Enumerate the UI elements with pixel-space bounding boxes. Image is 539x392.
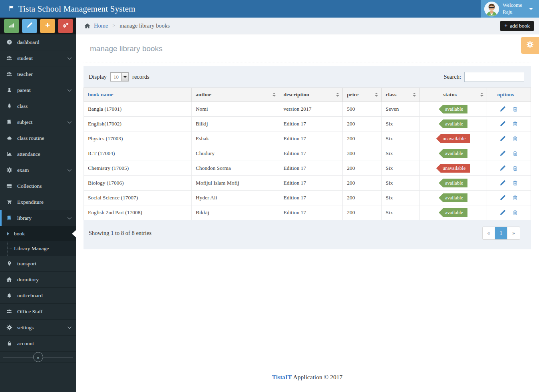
gear-icon: [526, 41, 534, 50]
search-input[interactable]: [464, 72, 524, 82]
sidebar-subitem-book[interactable]: book: [0, 226, 76, 241]
edit-icon[interactable]: [499, 150, 506, 157]
edit-icon[interactable]: [499, 165, 506, 171]
chevron-down-icon: [68, 56, 72, 60]
sidebar-item-expenditure[interactable]: Expenditure: [0, 194, 76, 210]
column-header-author[interactable]: author: [191, 88, 279, 102]
sidebar-item-transport[interactable]: transport: [0, 256, 76, 272]
column-header-book-name: book name: [84, 88, 192, 102]
datatable-toolbar: Display 10 records Search:: [84, 66, 531, 88]
status-badge: available: [439, 193, 467, 202]
cell-price: 300: [343, 146, 382, 161]
table-row: English(17002)BilkijEdition 17200Sixavai…: [84, 117, 531, 131]
cell-status: available: [420, 191, 487, 205]
chevron-down-icon: [529, 8, 533, 10]
column-header-options: options: [487, 88, 531, 102]
cell-class: Six: [382, 191, 420, 205]
sidebar-item-office-staff[interactable]: Office Staff: [0, 304, 76, 320]
sidebar-item-noticeboard[interactable]: noticeboard: [0, 288, 76, 304]
edit-icon[interactable]: [499, 135, 506, 142]
footer-text: Application © 2017: [292, 374, 342, 380]
cloud-icon: [6, 135, 13, 141]
edit-icon[interactable]: [499, 180, 506, 186]
sidebar-item-collections[interactable]: Collections: [0, 178, 76, 194]
cell-options: [487, 131, 531, 146]
sidebar-item-library[interactable]: library: [0, 210, 76, 226]
add-quick-button[interactable]: [40, 19, 55, 33]
users-icon: [6, 55, 13, 61]
column-header-description[interactable]: description: [279, 88, 343, 102]
cell-description: Edition 17: [279, 161, 343, 176]
cell-options: [487, 146, 531, 161]
cell-status: available: [420, 176, 487, 191]
edit-icon[interactable]: [499, 106, 506, 112]
app-title: Tista School Management System: [18, 4, 135, 14]
sidebar-item-exam[interactable]: exam: [0, 162, 76, 178]
datatable-widget: Display 10 records Search: book name: [84, 66, 531, 249]
column-header-class[interactable]: class: [382, 88, 420, 102]
column-header-price[interactable]: price: [343, 88, 382, 102]
cell-author: Hyder Ali: [191, 191, 279, 205]
cell-options: [487, 117, 531, 131]
cell-price: 200: [343, 205, 382, 220]
book-icon: [6, 215, 13, 221]
edit-quick-button[interactable]: [22, 19, 37, 33]
sidebar-item-settings[interactable]: settings: [0, 320, 76, 336]
sidebar-item-class[interactable]: class: [0, 98, 76, 114]
cell-price: 200: [343, 117, 382, 131]
pagination: « 1 »: [482, 227, 520, 240]
cell-options: [487, 205, 531, 220]
sidebar-item-dormitory[interactable]: dormitory: [0, 272, 76, 288]
delete-icon[interactable]: [512, 165, 518, 171]
table-row: Social Science (17007)Hyder AliEdition 1…: [84, 191, 531, 205]
stats-quick-button[interactable]: [4, 19, 19, 33]
delete-icon[interactable]: [512, 135, 518, 142]
edit-icon[interactable]: [499, 209, 506, 216]
sidebar-item-attendance[interactable]: attendance: [0, 146, 76, 162]
cell-status: available: [420, 146, 487, 161]
sidebar-item-account[interactable]: account: [0, 336, 76, 352]
sidebar-item-subject[interactable]: subject: [0, 114, 76, 130]
credit-card-icon: [6, 183, 13, 189]
cell-description: Edition 17: [279, 176, 343, 191]
add-book-button[interactable]: + add book: [500, 21, 534, 31]
settings-quick-button[interactable]: [58, 19, 73, 33]
footer-brand-link[interactable]: TistaIT: [272, 374, 292, 380]
column-header-status[interactable]: status: [420, 88, 487, 102]
welcome-text: Welcome Raju: [503, 2, 522, 16]
cell-class: Six: [382, 161, 420, 176]
sidebar-subitem-library-manage[interactable]: Library Manage: [0, 241, 76, 256]
page-footer: TistaIT Application © 2017: [84, 365, 531, 392]
pagination-prev-button[interactable]: «: [483, 227, 495, 239]
sidebar-collapse-button[interactable]: «: [33, 352, 43, 362]
pagination-page-1[interactable]: 1: [495, 227, 507, 239]
sidebar-item-class-routine[interactable]: class routine: [0, 130, 76, 146]
delete-icon[interactable]: [512, 180, 518, 186]
page-size-select[interactable]: 10: [110, 72, 129, 82]
sidebar-item-student[interactable]: student: [0, 50, 76, 66]
table-body: Bangla (17001)Nomiversion 2017500Sevenav…: [84, 102, 531, 220]
breadcrumb-home-link[interactable]: Home: [94, 22, 108, 29]
status-badge: available: [439, 119, 467, 128]
delete-icon[interactable]: [512, 150, 518, 157]
user-menu[interactable]: Welcome Raju: [481, 0, 539, 18]
pagination-next-button[interactable]: »: [507, 227, 520, 239]
chevron-down-icon: [68, 215, 72, 219]
delete-icon[interactable]: [512, 106, 518, 112]
delete-icon[interactable]: [512, 121, 518, 127]
chevron-down-icon: [68, 119, 72, 123]
delete-icon[interactable]: [512, 195, 518, 201]
sidebar: dashboard student teacher parent class s…: [0, 34, 76, 392]
cell-book-name: English 2nd Part (17008): [84, 205, 192, 220]
sidebar-item-parent[interactable]: parent: [0, 82, 76, 98]
cell-author: Bikkij: [191, 205, 279, 220]
sidebar-item-teacher[interactable]: teacher: [0, 66, 76, 82]
delete-icon[interactable]: [512, 209, 518, 216]
edit-icon[interactable]: [499, 195, 506, 201]
plus-icon: [45, 22, 50, 30]
theme-settings-button[interactable]: [521, 37, 539, 54]
sidebar-item-dashboard[interactable]: dashboard: [0, 34, 76, 50]
signal-bars-icon: [8, 22, 15, 30]
cog-icon: [6, 167, 13, 173]
edit-icon[interactable]: [499, 121, 506, 127]
